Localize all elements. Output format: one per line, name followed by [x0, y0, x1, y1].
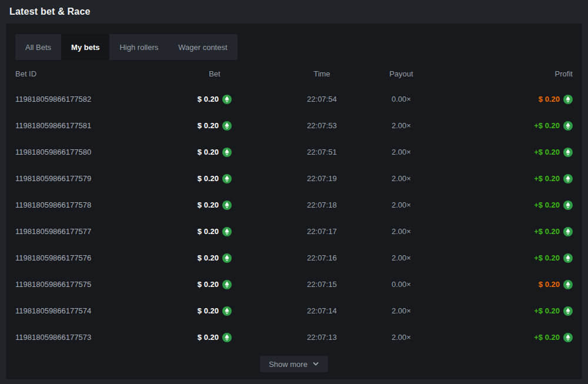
- bet-payout: 2.00×: [363, 227, 439, 236]
- bet-payout: 2.00×: [363, 148, 439, 156]
- bet-id: 119818059866177574: [15, 306, 149, 315]
- bet-payout: 2.00×: [363, 121, 439, 130]
- bet-amount: $ 0.20: [198, 306, 219, 315]
- bet-time: 22:07:54: [280, 95, 363, 103]
- bet-time: 22:07:15: [280, 280, 363, 289]
- tab-all-bets[interactable]: All Bets: [15, 34, 61, 60]
- bet-id: 119818059866177582: [15, 95, 149, 103]
- bet-id: 119818059866177578: [15, 201, 149, 209]
- coin-icon: [563, 95, 573, 104]
- coin-icon: [222, 95, 232, 104]
- profit-amount: +$ 0.20: [534, 333, 560, 342]
- coin-icon: [563, 227, 573, 236]
- bet-payout: 2.00×: [363, 253, 439, 262]
- bet-amount: $ 0.20: [198, 95, 219, 103]
- table-row[interactable]: 119818059866177576 $ 0.20 22:07:16 2.00×…: [15, 245, 573, 271]
- bet-time: 22:07:53: [280, 121, 363, 130]
- coin-icon: [563, 121, 573, 131]
- table-row[interactable]: 119818059866177580 $ 0.20 22:07:51 2.00×…: [15, 139, 573, 165]
- profit-amount: $ 0.20: [539, 95, 560, 103]
- profit-amount: +$ 0.20: [534, 121, 560, 130]
- tab-high-rollers[interactable]: High rollers: [109, 34, 168, 60]
- profit-amount: +$ 0.20: [534, 174, 560, 183]
- show-more-container: Show more: [15, 356, 573, 372]
- profit-amount: +$ 0.20: [534, 306, 560, 315]
- coin-icon: [222, 174, 232, 183]
- table-row[interactable]: 119818059866177581 $ 0.20 22:07:53 2.00×…: [15, 112, 573, 139]
- show-more-label: Show more: [269, 360, 308, 369]
- bet-cell: $ 0.20: [149, 174, 280, 183]
- col-header-bet-id: Bet ID: [15, 69, 149, 78]
- profit-cell: +$ 0.20: [439, 174, 573, 183]
- bet-id: 119818059866177573: [15, 333, 149, 342]
- coin-icon: [563, 253, 573, 263]
- coin-icon: [563, 333, 573, 342]
- bet-id: 119818059866177580: [15, 148, 149, 156]
- coin-icon: [222, 280, 232, 289]
- bet-time: 22:07:19: [280, 174, 363, 183]
- bet-time: 22:07:16: [280, 253, 363, 262]
- profit-amount: +$ 0.20: [534, 227, 560, 236]
- coin-icon: [563, 201, 573, 210]
- table-row[interactable]: 119818059866177577 $ 0.20 22:07:17 2.00×…: [15, 218, 573, 245]
- bet-id: 119818059866177581: [15, 121, 149, 130]
- bet-cell: $ 0.20: [149, 121, 280, 131]
- bet-amount: $ 0.20: [198, 121, 219, 130]
- coin-icon: [222, 333, 232, 342]
- bet-payout: 2.00×: [363, 174, 439, 183]
- bet-payout: 2.00×: [363, 306, 439, 315]
- coin-icon: [222, 227, 232, 236]
- bet-amount: $ 0.20: [198, 201, 219, 209]
- bet-id: 119818059866177575: [15, 280, 149, 289]
- bet-payout: 2.00×: [363, 333, 439, 342]
- profit-amount: +$ 0.20: [534, 201, 560, 209]
- bet-time: 22:07:14: [280, 306, 363, 315]
- coin-icon: [222, 121, 232, 131]
- bet-payout: 2.00×: [363, 201, 439, 209]
- bet-time: 22:07:18: [280, 201, 363, 209]
- chevron-down-icon: [312, 360, 319, 368]
- profit-amount: +$ 0.20: [534, 253, 560, 262]
- table-row[interactable]: 119818059866177574 $ 0.20 22:07:14 2.00×…: [15, 298, 573, 324]
- profit-cell: +$ 0.20: [439, 121, 573, 131]
- col-header-profit: Profit: [439, 69, 573, 78]
- bet-amount: $ 0.20: [198, 333, 219, 342]
- profit-amount: +$ 0.20: [534, 148, 560, 156]
- coin-icon: [563, 174, 573, 183]
- bet-id: 119818059866177579: [15, 174, 149, 183]
- bet-amount: $ 0.20: [198, 174, 219, 183]
- profit-cell: $ 0.20: [439, 95, 573, 104]
- profit-cell: +$ 0.20: [439, 253, 573, 263]
- col-header-bet: Bet: [149, 69, 280, 78]
- bet-cell: $ 0.20: [149, 280, 280, 289]
- tab-my-bets[interactable]: My bets: [61, 34, 109, 60]
- table-row[interactable]: 119818059866177582 $ 0.20 22:07:54 0.00×…: [15, 86, 573, 112]
- profit-cell: +$ 0.20: [439, 333, 573, 342]
- coin-icon: [563, 280, 573, 289]
- profit-cell: +$ 0.20: [439, 148, 573, 157]
- bet-payout: 0.00×: [363, 280, 439, 289]
- page-title: Latest bet & Race: [9, 6, 91, 17]
- bet-cell: $ 0.20: [149, 95, 280, 104]
- coin-icon: [222, 148, 232, 157]
- bet-cell: $ 0.20: [149, 333, 280, 342]
- bet-time: 22:07:51: [280, 148, 363, 156]
- table-row[interactable]: 119818059866177573 $ 0.20 22:07:13 2.00×…: [15, 324, 573, 350]
- show-more-button[interactable]: Show more: [260, 356, 328, 372]
- profit-cell: +$ 0.20: [439, 227, 573, 236]
- table-row[interactable]: 119818059866177575 $ 0.20 22:07:15 0.00×…: [15, 271, 573, 298]
- table-body: 119818059866177582 $ 0.20 22:07:54 0.00×…: [15, 86, 573, 350]
- bet-amount: $ 0.20: [198, 227, 219, 236]
- table-row[interactable]: 119818059866177578 $ 0.20 22:07:18 2.00×…: [15, 192, 573, 218]
- bet-amount: $ 0.20: [198, 253, 219, 262]
- profit-cell: $ 0.20: [439, 280, 573, 289]
- bets-tabstrip: All Bets My bets High rollers Wager cont…: [15, 34, 238, 60]
- coin-icon: [222, 201, 232, 210]
- profit-cell: +$ 0.20: [439, 201, 573, 210]
- bet-payout: 0.00×: [363, 95, 439, 103]
- latest-bets-panel: All Bets My bets High rollers Wager cont…: [6, 24, 582, 379]
- table-header: Bet ID Bet Time Payout Profit: [15, 61, 573, 86]
- tab-wager-contest[interactable]: Wager contest: [168, 34, 237, 60]
- table-row[interactable]: 119818059866177579 $ 0.20 22:07:19 2.00×…: [15, 165, 573, 192]
- coin-icon: [563, 148, 573, 157]
